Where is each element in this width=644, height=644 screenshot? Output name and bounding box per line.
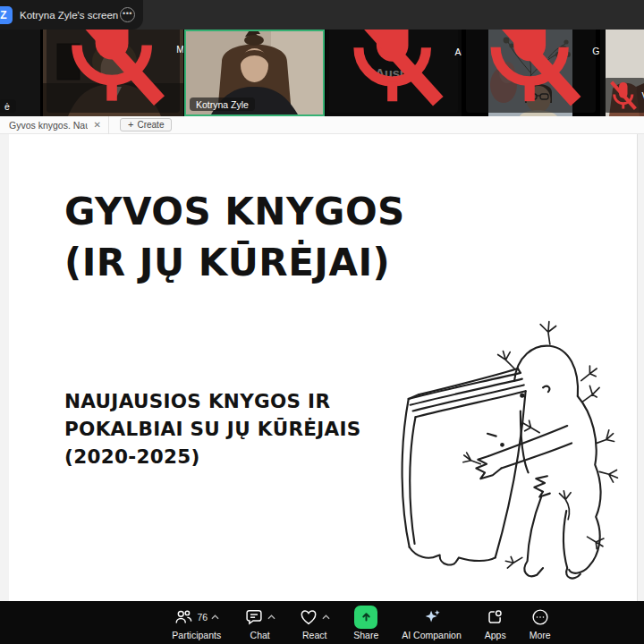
share-label: Share bbox=[353, 630, 378, 640]
zoom-meeting-window: Z Kotryna Zyle's screen ••• ė bbox=[0, 0, 644, 644]
participant-name-label: Giedre Kulisoviene bbox=[466, 30, 596, 113]
participant-name-label: Kotryna Zyle bbox=[190, 97, 255, 111]
screen-share-label: Kotryna Zyle's screen bbox=[20, 10, 118, 21]
create-button[interactable]: + Create bbox=[120, 118, 172, 131]
share-icon bbox=[354, 606, 377, 629]
video-filmstrip: ė Mariia Bar bbox=[0, 30, 644, 116]
book-hug-illustration bbox=[390, 311, 642, 597]
more-label: More bbox=[530, 630, 551, 640]
chat-icon bbox=[244, 607, 264, 627]
apps-button[interactable]: Apps bbox=[473, 601, 518, 644]
slide-subtitle-line2: POKALBIAI SU JŲ KŪRĖJAIS bbox=[64, 415, 361, 443]
slide-subtitle: NAUJAUSIOS KNYGOS IR POKALBIAI SU JŲ KŪR… bbox=[64, 387, 361, 470]
ai-companion-button[interactable]: AI Companion bbox=[390, 601, 473, 644]
apps-icon bbox=[486, 607, 505, 627]
participant-name-label: ė bbox=[0, 99, 16, 113]
slide-title-line2: (IR JŲ KŪRĖJAI) bbox=[64, 237, 405, 288]
canvas-gutter-left bbox=[0, 134, 9, 601]
tab-close-icon[interactable]: ✕ bbox=[94, 121, 101, 130]
ai-sparkle-icon bbox=[422, 607, 442, 627]
create-button-label: Create bbox=[137, 120, 164, 130]
video-tile-vilma[interactable]: Vilma V bbox=[600, 30, 644, 116]
chevron-up-icon[interactable] bbox=[211, 614, 219, 620]
share-button[interactable]: Share bbox=[342, 601, 390, 644]
apps-label: Apps bbox=[485, 630, 506, 640]
react-button[interactable]: React bbox=[287, 601, 342, 644]
more-ellipsis-icon bbox=[530, 607, 550, 627]
react-label: React bbox=[302, 630, 326, 640]
zoom-logo-icon: Z bbox=[0, 6, 13, 24]
participants-count-badge: 76 bbox=[197, 612, 208, 623]
video-tile-ausra[interactable]: Ausra Ausra bbox=[326, 30, 462, 116]
video-tile-mariia[interactable]: Mariia Baranchykova bbox=[43, 30, 183, 116]
mic-muted-icon bbox=[333, 30, 452, 112]
browser-tab-title: Gyvos knygos. Naujaus… bbox=[9, 120, 88, 131]
more-button[interactable]: More bbox=[518, 601, 563, 644]
slide-title-line1: GYVOS KNYGOS bbox=[64, 186, 405, 237]
mic-muted-icon bbox=[50, 30, 174, 112]
video-tile-kotryna[interactable]: Kotryna Zyle bbox=[184, 30, 325, 116]
meeting-toolbar: 76 Participants Chat bbox=[0, 601, 644, 644]
mic-muted-icon bbox=[470, 30, 589, 112]
chevron-up-icon[interactable] bbox=[267, 614, 275, 620]
mic-muted-icon bbox=[607, 80, 640, 112]
slide-subtitle-line3: (2020-2025) bbox=[64, 443, 361, 470]
video-tile-giedre[interactable]: Giedre Kulisoviene bbox=[462, 30, 599, 116]
browser-tab[interactable]: Gyvos knygos. Naujaus… ✕ bbox=[0, 116, 109, 134]
participant-name-label: Vilma V bbox=[604, 78, 644, 113]
browser-tab-bar: Gyvos knygos. Naujaus… ✕ + Create bbox=[0, 116, 644, 134]
slide-subtitle-line1: NAUJAUSIOS KNYGOS IR bbox=[64, 387, 361, 415]
video-tile-partial[interactable]: ė bbox=[0, 30, 40, 116]
chat-button[interactable]: Chat bbox=[233, 601, 287, 644]
screen-share-tab[interactable]: Z Kotryna Zyle's screen ••• bbox=[0, 0, 143, 30]
shared-slide: GYVOS KNYGOS (IR JŲ KŪRĖJAI) NAUJAUSIOS … bbox=[0, 134, 644, 601]
participants-button[interactable]: 76 Participants bbox=[160, 601, 233, 644]
chevron-up-icon[interactable] bbox=[322, 614, 330, 620]
ai-companion-label: AI Companion bbox=[402, 630, 462, 640]
plus-icon: + bbox=[128, 120, 133, 130]
top-bar: Z Kotryna Zyle's screen ••• bbox=[0, 0, 644, 30]
chat-label: Chat bbox=[250, 630, 270, 640]
slide-title: GYVOS KNYGOS (IR JŲ KŪRĖJAI) bbox=[64, 186, 405, 288]
participant-name-label: Ausra bbox=[329, 30, 458, 113]
heart-icon bbox=[299, 607, 318, 627]
participants-label: Participants bbox=[172, 630, 221, 640]
participant-name-label: Mariia Baranchykova bbox=[47, 30, 180, 113]
participants-icon bbox=[174, 607, 193, 627]
tab-options-icon[interactable]: ••• bbox=[120, 7, 135, 22]
